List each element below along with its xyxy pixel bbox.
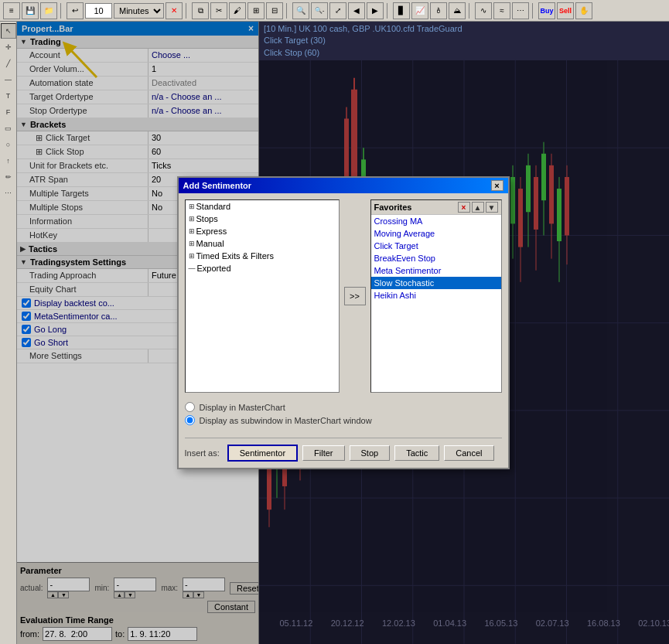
radio-display-master[interactable]: [185, 402, 195, 412]
fav-item-movingaverage[interactable]: Moving Average: [371, 227, 501, 240]
toolbar-x-btn[interactable]: ✕: [166, 2, 183, 19]
indicator1-btn[interactable]: ∿: [475, 2, 492, 19]
top-toolbar: ≡ 💾 📁 ↩ 10 Minutes Hours Days ✕ ⧉ ✂ 🖌 ⊞ …: [0, 0, 669, 22]
tree-item-express[interactable]: ⊞ Express: [186, 225, 339, 237]
fav-item-metasentimentor[interactable]: Meta Sentimentor: [371, 264, 501, 277]
add-sentimentor-dialog: Add Sentimentor × ⊞ Standard ⊞ Stops ⊞: [177, 176, 510, 469]
iconbar-ellipse[interactable]: ○: [1, 137, 16, 152]
exported-expand-icon: —: [189, 264, 196, 272]
indicator3-btn[interactable]: ⋯: [512, 2, 529, 19]
toolbar-cut-btn[interactable]: ✂: [210, 2, 227, 19]
standard-expand-icon: ⊞: [189, 203, 195, 210]
bar-chart-btn[interactable]: ▊: [393, 2, 410, 19]
buy-btn[interactable]: Buy: [538, 2, 555, 19]
iconbar-line[interactable]: ╱: [1, 56, 16, 71]
iconbar-text[interactable]: T: [1, 88, 16, 104]
fav-item-clicktarget[interactable]: Click Target: [371, 240, 501, 252]
favorites-header-btns: × ▲ ▼: [458, 202, 498, 213]
dialog-radio-area: Display in MasterChart Display as subwin…: [185, 399, 502, 431]
dialog-close-btn[interactable]: ×: [491, 180, 503, 191]
toolbar-more2-btn[interactable]: ⊟: [266, 2, 283, 19]
tree-item-timedexits[interactable]: ⊞ Timed Exits & Filters: [186, 250, 339, 262]
cancel-btn[interactable]: Cancel: [444, 445, 493, 461]
radio-display-master-label[interactable]: Display in MasterChart: [200, 403, 285, 412]
scroll-right-btn[interactable]: ▶: [367, 2, 384, 19]
stops-expand-icon: ⊞: [189, 215, 195, 223]
toolbar-sep2: [186, 3, 189, 19]
tree-item-standard[interactable]: ⊞ Standard: [186, 200, 339, 213]
toolbar-paint-btn[interactable]: 🖌: [229, 2, 246, 19]
toolbar-more1-btn[interactable]: ⊞: [247, 2, 265, 19]
dialog-columns: ⊞ Standard ⊞ Stops ⊞ Express ⊞ Manual: [185, 199, 502, 393]
tree-item-standard-label: Standard: [196, 202, 231, 211]
insert-sentimentor-btn[interactable]: Sentimentor: [227, 445, 298, 462]
favorites-label: Favorites: [374, 203, 412, 212]
radio-display-subwindow-label[interactable]: Display as subwindow in MasterChart wind…: [200, 416, 372, 425]
fav-item-heikinashi[interactable]: Heikin Ashi: [371, 289, 501, 302]
toolbar-sep4: [387, 3, 390, 19]
tree-item-stops[interactable]: ⊞ Stops: [186, 213, 339, 225]
toolbar-sep5: [469, 3, 472, 19]
tree-item-stops-label: Stops: [196, 214, 218, 223]
toolbar-sep6: [532, 3, 535, 19]
left-iconbar: ↖ ✛ ╱ — T F ▭ ○ ↑ ✏ ⋯: [0, 22, 17, 644]
favorites-header: Favorites × ▲ ▼: [371, 200, 501, 215]
toolbar-folder-btn[interactable]: 📁: [40, 2, 57, 19]
toolbar-sep3: [286, 3, 289, 19]
scroll-left-btn[interactable]: ◀: [348, 2, 365, 19]
dialog-title-bar: Add Sentimentor ×: [179, 178, 508, 193]
sentimentor-tree[interactable]: ⊞ Standard ⊞ Stops ⊞ Express ⊞ Manual: [185, 199, 340, 393]
area-chart-btn[interactable]: ⛰: [449, 2, 466, 19]
tree-item-exported-label: Exported: [197, 264, 231, 273]
favorites-up-btn[interactable]: ▲: [472, 202, 484, 213]
toolbar-menu-btn[interactable]: ≡: [3, 2, 20, 19]
add-to-favorites-btn[interactable]: >>: [344, 287, 366, 305]
sell-btn[interactable]: Sell: [557, 2, 574, 19]
favorites-delete-btn[interactable]: ×: [458, 202, 470, 213]
toolbar-undo-btn[interactable]: ↩: [67, 2, 84, 19]
insert-stop-btn[interactable]: Stop: [350, 445, 391, 461]
tree-item-express-label: Express: [196, 227, 227, 236]
fav-item-slowstochastic[interactable]: Slow Stochastic: [371, 277, 501, 289]
iconbar-fib[interactable]: F: [1, 104, 16, 120]
time-unit-select[interactable]: Minutes Hours Days: [114, 3, 164, 19]
iconbar-pen[interactable]: ✏: [1, 169, 16, 185]
iconbar-more[interactable]: ⋯: [1, 186, 16, 201]
zoom-fit-btn[interactable]: ⤢: [329, 2, 346, 19]
tree-item-timedexits-label: Timed Exits & Filters: [196, 251, 274, 261]
zoom-in-btn[interactable]: 🔍: [292, 2, 309, 19]
dialog-buttons: Insert as: Sentimentor Filter Stop Tacti…: [185, 438, 502, 462]
tree-item-manual-label: Manual: [196, 239, 224, 248]
radio-display-subwindow[interactable]: [185, 415, 195, 425]
iconbar-cursor[interactable]: ↖: [1, 23, 16, 39]
iconbar-crosshair[interactable]: ✛: [1, 39, 16, 55]
toolbar-sep1: [60, 3, 63, 19]
insert-as-label: Insert as:: [185, 448, 220, 458]
toolbar-copy-btn[interactable]: ⧉: [192, 2, 209, 19]
toolbar-save-btn[interactable]: 💾: [22, 2, 39, 19]
dialog-body: ⊞ Standard ⊞ Stops ⊞ Express ⊞ Manual: [179, 193, 508, 468]
iconbar-rect[interactable]: ▭: [1, 121, 16, 136]
indicator2-btn[interactable]: ≈: [493, 2, 510, 19]
line-chart-btn[interactable]: 📈: [411, 2, 428, 19]
tree-item-exported[interactable]: — Exported: [186, 262, 339, 274]
manual-expand-icon: ⊞: [189, 240, 195, 247]
radio-row-display-subwindow: Display as subwindow in MasterChart wind…: [185, 415, 502, 425]
radio-row-display-master: Display in MasterChart: [185, 402, 502, 412]
tree-item-manual[interactable]: ⊞ Manual: [186, 237, 339, 250]
dialog-overlay: Add Sentimentor × ⊞ Standard ⊞ Stops ⊞: [17, 22, 669, 644]
hand-btn[interactable]: ✋: [575, 2, 592, 19]
insert-filter-btn[interactable]: Filter: [302, 445, 344, 461]
time-value-input[interactable]: 10: [85, 3, 112, 19]
candle-chart-btn[interactable]: 🕯: [430, 2, 447, 19]
zoom-out-btn[interactable]: 🔍-: [311, 2, 328, 19]
favorites-panel: Favorites × ▲ ▼ Crossing MA Moving Avera…: [370, 199, 502, 393]
iconbar-hline[interactable]: —: [1, 72, 16, 87]
iconbar-arrow[interactable]: ↑: [1, 153, 16, 169]
favorites-down-btn[interactable]: ▼: [486, 202, 498, 213]
fav-item-breakevestop[interactable]: BreakEven Stop: [371, 252, 501, 264]
timedexits-expand-icon: ⊞: [189, 252, 195, 260]
dialog-title: Add Sentimentor: [183, 181, 252, 190]
fav-item-crossingma[interactable]: Crossing MA: [371, 215, 501, 227]
insert-tactic-btn[interactable]: Tactic: [394, 445, 439, 461]
